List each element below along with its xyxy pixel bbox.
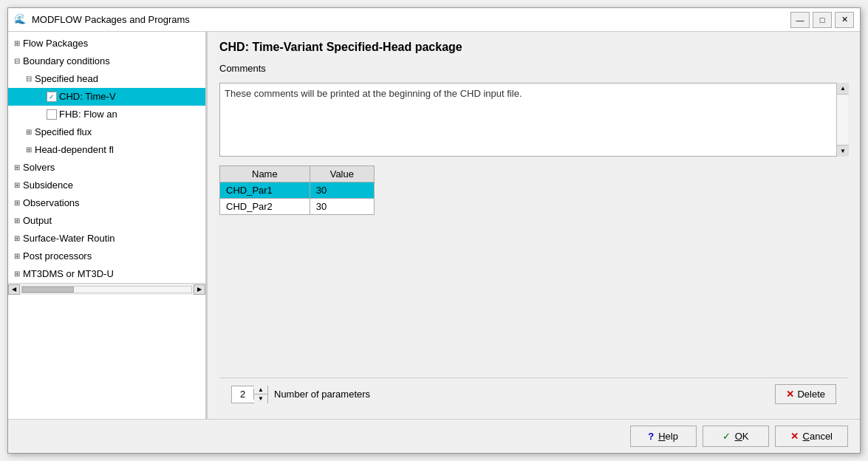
sidebar-label-output: Output [23,214,52,228]
spinner-arrows: ▲ ▼ [254,386,267,403]
expand-icon: ⊞ [11,233,23,245]
col-header-value: Value [310,166,374,182]
left-panel: ⊞ Flow Packages ⊟ Boundary conditions ⊟ … [8,32,206,419]
cell-name: CHD_Par2 [220,199,310,215]
help-icon: ? [648,431,654,442]
footer-bar: ? Help ✓ OK ✕ Cancel [8,419,860,453]
cancel-button[interactable]: ✕ Cancel [775,426,848,447]
comments-wrapper: These comments will be printed at the be… [219,83,848,157]
expand-icon: · [35,91,47,103]
spinner-up[interactable]: ▲ [254,386,267,395]
ok-button[interactable]: ✓ OK [703,426,769,447]
expand-icon: ⊞ [23,144,35,156]
sidebar-label-post-processors: Post processors [23,249,92,264]
expand-icon: ⊟ [23,73,35,85]
app-icon: 🌊 [14,13,27,27]
h-scrollbar-thumb[interactable] [22,287,74,293]
spinner-value: 2 [232,389,254,400]
comments-vscrollbar[interactable]: ▲ ▼ [836,83,848,157]
help-label: Help [658,431,678,442]
title-bar: 🌊 MODFLOW Packages and Programs — □ ✕ [8,8,860,32]
sidebar-label-specified-head: Specified head [35,72,98,86]
cancel-x-icon: ✕ [790,431,799,442]
expand-icon: · [35,109,47,120]
minimize-button[interactable]: — [790,12,810,28]
params-table: Name Value CHD_Par1 30 CHD_Par2 30 [219,165,375,215]
scroll-right-btn[interactable]: ▶ [194,284,205,295]
sidebar-label-subsidence: Subsidence [23,178,73,193]
delete-button[interactable]: ✕ Delete [775,384,836,404]
panel-title: CHD: Time-Variant Specified-Head package [219,41,848,54]
h-scrollbar-track [21,286,192,293]
table-row[interactable]: CHD_Par2 30 [220,199,375,215]
window-controls: — □ ✕ [790,12,854,28]
sidebar-item-boundary-conditions[interactable]: ⊟ Boundary conditions [8,52,205,70]
chd-checkbox[interactable]: ✓ [47,92,57,102]
window-title: MODFLOW Packages and Programs [32,14,786,25]
comments-text: These comments will be printed at the be… [225,88,522,99]
sidebar-label-mt3dms: MT3DMS or MT3D-U [23,267,114,281]
sidebar-item-output[interactable]: ⊞ Output [8,212,205,230]
expand-icon: ⊞ [11,215,23,227]
sidebar-item-flow-packages[interactable]: ⊞ Flow Packages [8,35,205,52]
num-params-label: Number of parameters [274,389,769,400]
sidebar-item-surface-water[interactable]: ⊞ Surface-Water Routin [8,230,205,247]
comments-label: Comments [219,63,848,74]
expand-icon: ⊞ [23,126,35,138]
sidebar-item-post-processors[interactable]: ⊞ Post processors [8,247,205,265]
sidebar-item-head-dependent[interactable]: ⊞ Head-dependent fl [8,141,205,159]
sidebar-item-observations[interactable]: ⊞ Observations [8,194,205,212]
table-row[interactable]: CHD_Par1 30 [220,182,375,199]
sidebar-label-flow-packages: Flow Packages [23,36,88,51]
sidebar-label-head-dependent: Head-dependent fl [35,143,114,157]
col-header-name: Name [220,166,310,182]
sidebar-item-specified-flux[interactable]: ⊞ Specified flux [8,123,205,141]
expand-icon: ⊞ [11,268,23,280]
fhb-checkbox[interactable] [47,109,57,120]
sidebar-label-chd: CHD: Time-V [59,89,116,104]
sidebar-label-boundary-conditions: Boundary conditions [23,54,110,69]
sidebar-label-observations: Observations [23,196,80,211]
cell-name: CHD_Par1 [220,182,310,199]
params-section: Name Value CHD_Par1 30 CHD_Par2 30 [219,165,848,215]
expand-icon: ⊞ [11,38,23,49]
cell-value: 30 [310,199,374,215]
expand-icon: ⊞ [11,162,23,174]
scroll-left-btn[interactable]: ◀ [8,284,20,295]
cell-value: 30 [310,182,374,199]
scroll-track [837,95,848,145]
ok-check-icon: ✓ [722,431,731,442]
scroll-up-btn[interactable]: ▲ [837,83,849,95]
sidebar-item-mt3dms[interactable]: ⊞ MT3DMS or MT3D-U [8,265,205,283]
expand-icon: ⊞ [11,250,23,262]
h-scrollbar[interactable]: ◀ ▶ [8,283,205,295]
sidebar-label-fhb: FHB: Flow an [59,107,117,122]
sidebar-item-solvers[interactable]: ⊞ Solvers [8,159,205,177]
expand-icon: ⊞ [11,180,23,191]
delete-x-icon: ✕ [786,389,794,400]
expand-icon: ⊞ [11,197,23,209]
cancel-label: Cancel [803,431,833,442]
sidebar-label-solvers: Solvers [23,160,55,175]
close-button[interactable]: ✕ [835,12,854,28]
content-area: ⊞ Flow Packages ⊟ Boundary conditions ⊟ … [8,32,860,419]
expand-icon: ⊟ [11,55,23,67]
delete-label: Delete [797,389,825,400]
help-button[interactable]: ? Help [630,426,697,447]
spinner-down[interactable]: ▼ [254,395,267,403]
sidebar-label-specified-flux: Specified flux [35,125,92,140]
comments-textbox[interactable]: These comments will be printed at the be… [219,83,848,157]
sidebar-item-specified-head[interactable]: ⊟ Specified head [8,70,205,88]
right-panel: CHD: Time-Variant Specified-Head package… [208,32,860,419]
scroll-down-btn[interactable]: ▼ [837,145,849,157]
ok-label: OK [735,431,749,442]
maximize-button[interactable]: □ [813,12,832,28]
sidebar-item-fhb[interactable]: · FHB: Flow an [8,106,205,123]
main-window: 🌊 MODFLOW Packages and Programs — □ ✕ ⊞ … [7,7,861,454]
sidebar-item-subsidence[interactable]: ⊞ Subsidence [8,177,205,194]
num-params-spinner[interactable]: 2 ▲ ▼ [231,386,268,403]
sidebar-item-chd[interactable]: · ✓ CHD: Time-V [8,88,205,106]
bottom-bar: 2 ▲ ▼ Number of parameters ✕ Delete [219,378,848,410]
sidebar-label-surface-water: Surface-Water Routin [23,231,115,246]
